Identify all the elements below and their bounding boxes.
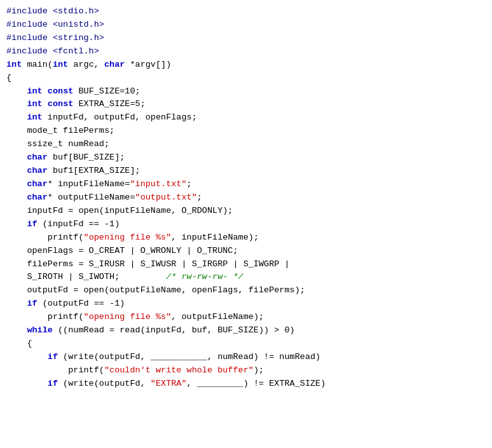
code-token bbox=[6, 153, 27, 162]
code-token: ((numRead = read(inputFd, buf, BUF_SIZE)… bbox=[53, 325, 295, 335]
code-token: openFlags = O_CREAT | O_WRONLY | O_TRUNC… bbox=[6, 246, 238, 255]
code-token: #include <stdio.h> bbox=[6, 6, 99, 16]
code-token: char bbox=[27, 153, 47, 162]
code-line: char buf1[EXTRA_SIZE]; bbox=[6, 165, 486, 178]
code-line: outputFd = open(outputFileName, openFlag… bbox=[6, 284, 486, 297]
code-token: const bbox=[48, 99, 74, 109]
code-token: ; bbox=[197, 193, 202, 202]
code-token: "couldn't write whole buffer" bbox=[104, 365, 254, 375]
code-token: * outputFileName= bbox=[48, 193, 135, 202]
code-token: "EXTRA" bbox=[151, 379, 187, 388]
code-line: printf("opening file %s", inputFileName)… bbox=[6, 231, 486, 245]
code-token: (write(outputFd, ___________, numRead) !… bbox=[58, 352, 320, 362]
code-token: * inputFileName= bbox=[48, 179, 130, 189]
code-token: mode_t filePerms; bbox=[6, 126, 114, 135]
code-token: ssize_t numRead; bbox=[6, 139, 109, 149]
code-token bbox=[6, 219, 27, 229]
code-line: { bbox=[6, 337, 486, 351]
code-line: #include <stdio.h> bbox=[6, 5, 486, 18]
code-token: if bbox=[48, 379, 58, 388]
code-line: if (outputFd == -1) bbox=[6, 297, 486, 311]
code-token: (write(outputFd, bbox=[58, 379, 151, 388]
code-token bbox=[6, 379, 48, 388]
code-line: ssize_t numRead; bbox=[6, 138, 486, 151]
code-token: #include <string.h> bbox=[6, 33, 104, 43]
code-token bbox=[43, 99, 48, 109]
code-token: *argv[]) bbox=[125, 60, 171, 69]
code-token: int bbox=[27, 112, 42, 122]
code-line: char buf[BUF_SIZE]; bbox=[6, 151, 486, 165]
code-token: { bbox=[6, 73, 11, 83]
code-line: int inputFd, outputFd, openFlags; bbox=[6, 111, 486, 125]
code-line: char* inputFileName="input.txt"; bbox=[6, 178, 486, 191]
code-token: int bbox=[27, 86, 42, 96]
code-token bbox=[6, 299, 27, 308]
code-line: if (write(outputFd, "EXTRA", _________) … bbox=[6, 377, 486, 391]
code-token: main( bbox=[22, 60, 53, 69]
code-token bbox=[6, 193, 27, 202]
code-token: , _________) != EXTRA_SIZE) bbox=[187, 379, 326, 388]
code-token: inputFd, outputFd, openFlags; bbox=[43, 112, 197, 122]
code-line: { bbox=[6, 72, 486, 85]
code-line: int const BUF_SIZE=10; bbox=[6, 85, 486, 98]
code-line: if (inputFd == -1) bbox=[6, 218, 486, 231]
code-line: printf("opening file %s", outputFileName… bbox=[6, 311, 486, 324]
code-token: int bbox=[6, 60, 22, 69]
code-token bbox=[6, 99, 27, 109]
code-token: char bbox=[27, 179, 47, 189]
code-token: int bbox=[53, 60, 68, 69]
code-token: EXTRA_SIZE=5; bbox=[73, 99, 145, 109]
code-token: (outputFd == -1) bbox=[38, 299, 125, 308]
code-token: "opening file %s" bbox=[84, 233, 172, 242]
code-line: openFlags = O_CREAT | O_WRONLY | O_TRUNC… bbox=[6, 245, 486, 258]
code-token: printf( bbox=[6, 233, 84, 242]
code-line: while ((numRead = read(inputFd, buf, BUF… bbox=[6, 324, 486, 337]
code-token bbox=[6, 166, 27, 175]
code-token bbox=[6, 86, 27, 96]
code-line: char* outputFileName="output.txt"; bbox=[6, 191, 486, 205]
code-line: #include <fcntl.h> bbox=[6, 45, 486, 58]
code-token: if bbox=[27, 299, 37, 308]
code-line: #include <string.h> bbox=[6, 32, 486, 45]
code-line: int const EXTRA_SIZE=5; bbox=[6, 98, 486, 111]
code-token: #include <unistd.h> bbox=[6, 20, 104, 29]
code-line: filePerms = S_IRUSR | S_IWUSR | S_IRGRP … bbox=[6, 258, 486, 271]
code-line: if (write(outputFd, ___________, numRead… bbox=[6, 351, 486, 364]
code-token: (inputFd == -1) bbox=[38, 219, 120, 229]
code-line: inputFd = open(inputFileName, O_RDONLY); bbox=[6, 205, 486, 218]
code-line: #include <unistd.h> bbox=[6, 18, 486, 32]
code-token: char bbox=[27, 166, 47, 175]
code-token: "output.txt" bbox=[135, 193, 197, 202]
code-token: ); bbox=[254, 365, 264, 375]
code-token: if bbox=[27, 219, 37, 229]
code-line: int main(int argc, char *argv[]) bbox=[6, 58, 486, 72]
code-token: const bbox=[48, 86, 74, 96]
code-token: S_IROTH | S_IWOTH; bbox=[6, 272, 166, 282]
code-token: ; bbox=[187, 179, 192, 189]
code-token: #include <fcntl.h> bbox=[6, 46, 99, 56]
code-token bbox=[6, 325, 27, 335]
code-token: printf( bbox=[6, 312, 84, 322]
code-token: , outputFileName); bbox=[171, 312, 264, 322]
code-token: char bbox=[104, 60, 125, 69]
code-token: "input.txt" bbox=[130, 179, 186, 189]
code-token: printf( bbox=[6, 365, 104, 375]
code-token: "opening file %s" bbox=[84, 312, 172, 322]
code-token: buf1[EXTRA_SIZE]; bbox=[48, 166, 140, 175]
code-token bbox=[43, 86, 48, 96]
code-line: S_IROTH | S_IWOTH; /* rw-rw-rw- */ bbox=[6, 271, 486, 284]
code-token: { bbox=[6, 339, 32, 348]
code-token: buf[BUF_SIZE]; bbox=[48, 153, 125, 162]
code-token: char bbox=[27, 193, 47, 202]
code-token: if bbox=[48, 352, 58, 362]
code-token: /* rw-rw-rw- */ bbox=[166, 272, 243, 282]
code-token bbox=[6, 179, 27, 189]
code-line: mode_t filePerms; bbox=[6, 125, 486, 138]
code-token: while bbox=[27, 325, 53, 335]
code-token: , inputFileName); bbox=[171, 233, 259, 242]
code-token bbox=[6, 352, 48, 362]
code-token: filePerms = S_IRUSR | S_IWUSR | S_IRGRP … bbox=[6, 259, 290, 269]
code-token: BUF_SIZE=10; bbox=[73, 86, 140, 96]
code-token: argc, bbox=[68, 60, 104, 69]
code-line: printf("couldn't write whole buffer"); bbox=[6, 364, 486, 377]
